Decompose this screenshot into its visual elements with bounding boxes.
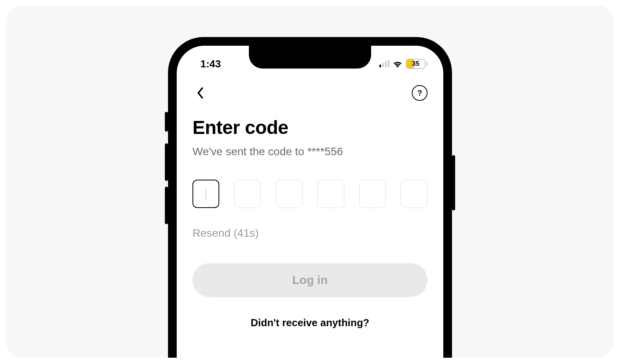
code-digit-6[interactable] [401,180,428,208]
main-content: Enter code We've sent the code to ****55… [177,101,443,329]
code-digit-2[interactable] [234,180,261,208]
phone-power-button [452,155,455,210]
help-button[interactable]: ? [412,85,428,101]
phone-screen: 1:43 35 [177,46,443,358]
back-button[interactable] [192,85,208,101]
wifi-icon [392,60,403,68]
status-time: 1:43 [200,58,221,70]
code-input-row [192,180,428,208]
page-title: Enter code [192,117,428,138]
phone-volume-down [165,187,168,224]
page-subtitle: We've sent the code to ****556 [192,145,428,158]
battery-percent: 35 [412,60,420,68]
phone-notch [249,46,371,69]
phone-volume-up [165,143,168,181]
battery-indicator: 35 [406,59,428,69]
didnt-receive-link[interactable]: Didn't receive anything? [192,317,428,329]
resend-countdown: Resend (41s) [192,227,428,240]
phone-mute-switch [165,112,168,132]
question-mark-icon: ? [417,89,422,98]
status-right-cluster: 35 [379,59,428,69]
code-digit-5[interactable] [359,180,386,208]
phone-frame: 1:43 35 [168,37,452,358]
code-digit-4[interactable] [317,180,344,208]
background-panel: 1:43 35 [6,6,614,358]
login-button[interactable]: Log in [192,263,428,297]
chevron-left-icon [197,87,204,98]
code-digit-3[interactable] [276,180,303,208]
cellular-signal-icon [379,60,390,67]
code-digit-1[interactable] [192,180,219,208]
nav-bar: ? [177,73,443,101]
